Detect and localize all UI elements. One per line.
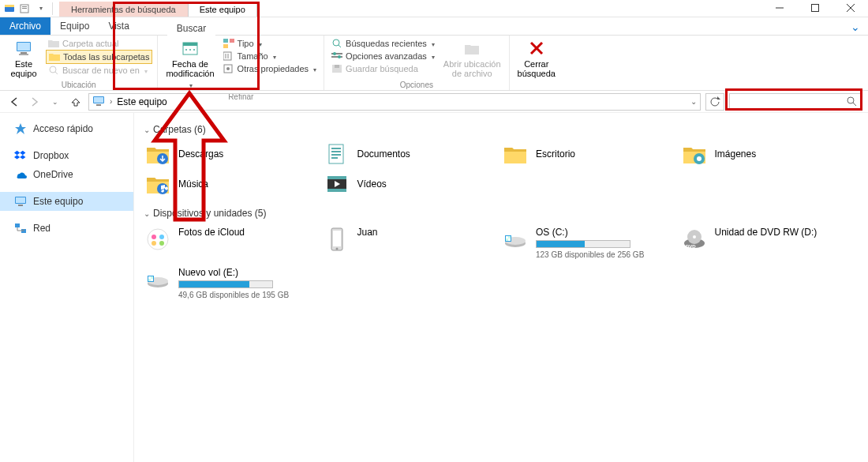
address-path[interactable]: Este equipo bbox=[117, 96, 166, 107]
svg-rect-10 bbox=[17, 43, 30, 51]
app-icon bbox=[3, 2, 16, 15]
chevron-right-icon[interactable]: › bbox=[110, 97, 112, 106]
devices-section-header[interactable]: Dispositivos y unidades (5) bbox=[144, 208, 859, 219]
svg-point-32 bbox=[333, 52, 336, 55]
svg-point-33 bbox=[338, 55, 341, 58]
minimize-button[interactable] bbox=[761, 0, 797, 17]
drive-unidad-de-dvd-rw-d-[interactable]: DVDUnidad de DVD RW (D:) bbox=[680, 225, 859, 261]
ribbon-group-ubicacion: Este equipo Carpeta actual Todas las sub… bbox=[0, 36, 158, 90]
drive-juan[interactable]: Juan bbox=[323, 225, 502, 261]
search-input[interactable] bbox=[733, 96, 836, 107]
sidebar-item-dropbox[interactable]: Dropbox bbox=[0, 146, 133, 165]
address-bar[interactable]: › Este equipo ⌄ bbox=[88, 93, 701, 111]
svg-rect-63 bbox=[327, 189, 346, 192]
folders-section-header[interactable]: Carpetas (6) bbox=[144, 124, 859, 135]
folder-documentos[interactable]: Documentos bbox=[323, 141, 502, 167]
busquedas-recientes-button[interactable]: Búsquedas recientes bbox=[329, 37, 437, 50]
fecha-modificacion-button[interactable]: Fecha de modificación bbox=[163, 37, 217, 92]
folder-vídeos[interactable]: Vídeos bbox=[323, 171, 502, 197]
pc-icon bbox=[14, 195, 27, 208]
carpeta-actual-button[interactable]: Carpeta actual bbox=[46, 37, 152, 50]
folder-icon bbox=[324, 173, 350, 195]
drive-os-c-[interactable]: OS (C:)123 GB disponibles de 256 GB bbox=[501, 225, 680, 261]
svg-line-29 bbox=[339, 45, 341, 47]
search-box[interactable] bbox=[729, 93, 862, 111]
onedrive-icon bbox=[14, 168, 27, 181]
svg-point-18 bbox=[189, 49, 191, 51]
sidebar-item-este-equipo[interactable]: Este equipo bbox=[0, 192, 133, 211]
ribbon: Este equipo Carpeta actual Todas las sub… bbox=[0, 36, 868, 91]
maximize-button[interactable] bbox=[797, 0, 832, 17]
calendar-icon bbox=[181, 39, 200, 58]
abrir-ubicacion-button[interactable]: Abrir ubicación de archivo bbox=[440, 37, 504, 80]
folder-label: Vídeos bbox=[357, 178, 387, 190]
tamano-button[interactable]: Tamaño bbox=[221, 50, 320, 62]
guardar-busqueda-button[interactable]: Guardar búsqueda bbox=[329, 62, 437, 75]
titlebar: ▾ Herramientas de búsqueda Este equipo bbox=[0, 0, 868, 17]
svg-rect-4 bbox=[22, 8, 27, 9]
properties-icon bbox=[223, 63, 234, 74]
sidebar-item-red[interactable]: Red bbox=[0, 219, 133, 238]
pc-icon bbox=[92, 96, 105, 108]
folder-imágenes[interactable]: Imágenes bbox=[680, 141, 859, 167]
tipo-button[interactable]: Tipo bbox=[221, 37, 320, 50]
forward-button[interactable] bbox=[27, 94, 43, 110]
todas-subcarpetas-label: Todas las subcarpetas bbox=[63, 52, 149, 62]
refresh-button[interactable] bbox=[705, 93, 724, 111]
svg-point-72 bbox=[335, 248, 338, 250]
drive-fotos-de-icloud[interactable]: Fotos de iCloud bbox=[144, 225, 323, 261]
folder-música[interactable]: Música bbox=[144, 171, 323, 197]
group-label-ubicacion: Ubicación bbox=[5, 80, 152, 91]
svg-point-19 bbox=[193, 49, 195, 51]
opciones-avanzadas-button[interactable]: Opciones avanzadas bbox=[329, 50, 437, 62]
svg-rect-87 bbox=[148, 276, 151, 279]
tab-vista[interactable]: Vista bbox=[99, 17, 138, 35]
ribbon-help-icon[interactable]: ⌄ bbox=[843, 17, 868, 35]
folder-escritorio[interactable]: Escritorio bbox=[501, 141, 680, 167]
folder-label: Música bbox=[178, 178, 208, 190]
cerrar-busqueda-button[interactable]: Cerrar búsqueda bbox=[514, 37, 559, 80]
qat-dropdown-icon[interactable]: ▾ bbox=[35, 2, 47, 15]
sidebar-item-onedrive[interactable]: OneDrive bbox=[0, 165, 133, 184]
svg-rect-90 bbox=[151, 279, 153, 281]
drive-icon: DVD bbox=[682, 227, 707, 252]
otras-propiedades-button[interactable]: Otras propiedades bbox=[221, 62, 320, 75]
up-button[interactable] bbox=[68, 94, 84, 110]
advanced-icon bbox=[331, 51, 342, 62]
todas-subcarpetas-button[interactable]: Todas las subcarpetas bbox=[46, 50, 152, 64]
este-equipo-label: Este equipo bbox=[10, 59, 36, 78]
svg-point-27 bbox=[226, 67, 230, 70]
drive-label: Fotos de iCloud bbox=[178, 227, 245, 238]
tab-equipo[interactable]: Equipo bbox=[51, 17, 99, 35]
folders-header-label: Carpetas (6) bbox=[153, 124, 206, 135]
svg-rect-3 bbox=[22, 6, 27, 7]
address-dropdown-icon[interactable]: ⌄ bbox=[690, 97, 697, 106]
buscar-de-nuevo-button[interactable]: Buscar de nuevo en bbox=[46, 64, 152, 77]
main-area: Acceso rápidoDropboxOneDriveEste equipoR… bbox=[0, 113, 868, 462]
drive-icon bbox=[503, 227, 528, 252]
window-title-tab: Este equipo bbox=[188, 2, 257, 17]
recent-icon bbox=[331, 38, 342, 49]
sidebar-item-acceso-rápido[interactable]: Acceso rápido bbox=[0, 119, 133, 138]
ribbon-group-opciones: Búsquedas recientes Opciones avanzadas G… bbox=[324, 36, 510, 90]
svg-rect-71 bbox=[333, 231, 341, 246]
svg-rect-62 bbox=[327, 176, 346, 179]
svg-rect-89 bbox=[148, 279, 151, 281]
svg-rect-79 bbox=[508, 239, 511, 241]
back-button[interactable] bbox=[6, 94, 22, 110]
este-equipo-button[interactable]: Este equipo bbox=[5, 37, 43, 80]
star-icon bbox=[14, 122, 27, 135]
pc-icon bbox=[14, 39, 33, 58]
tab-archivo[interactable]: Archivo bbox=[0, 17, 51, 35]
folder-descargas[interactable]: Descargas bbox=[144, 141, 323, 167]
close-search-icon bbox=[527, 39, 546, 58]
recent-locations-button[interactable]: ⌄ bbox=[47, 94, 63, 110]
search-icon[interactable] bbox=[847, 96, 858, 107]
tab-buscar[interactable]: Buscar bbox=[167, 18, 215, 36]
svg-point-82 bbox=[693, 235, 696, 239]
drive-label: Unidad de DVD RW (D:) bbox=[715, 227, 817, 238]
qat-properties-icon[interactable] bbox=[19, 2, 32, 15]
close-button[interactable] bbox=[832, 0, 868, 17]
drive-nuevo-vol-e-[interactable]: Nuevo vol (E:)49,6 GB disponibles de 195… bbox=[144, 265, 323, 301]
folders-grid: DescargasDocumentosEscritorioImágenesMús… bbox=[144, 141, 859, 197]
